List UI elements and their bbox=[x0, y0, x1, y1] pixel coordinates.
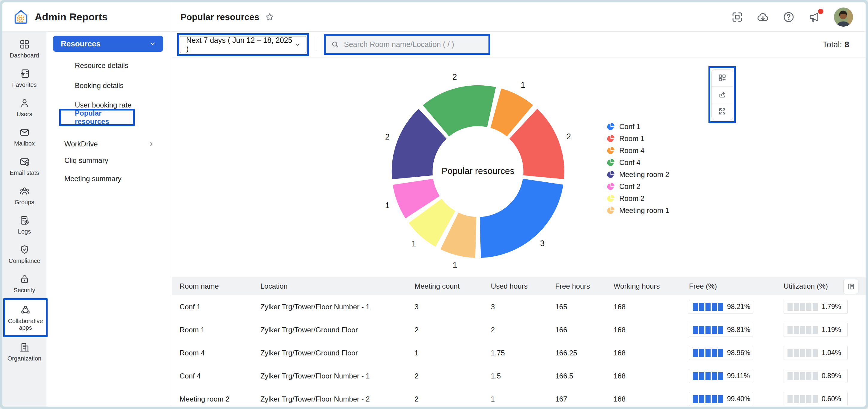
utilization-pct-cell: 1.19% bbox=[784, 318, 848, 341]
announcements-button[interactable] bbox=[808, 11, 821, 23]
meeting-count-cell: 2 bbox=[414, 318, 418, 341]
export-button[interactable] bbox=[712, 87, 733, 103]
pie-swatch-icon bbox=[607, 170, 615, 178]
notification-badge bbox=[818, 9, 824, 14]
primary-sidebar: DashboardFavoritesUsersMailboxEmail stat… bbox=[2, 32, 46, 407]
pct-bar-segment bbox=[693, 372, 698, 380]
add-widget-button[interactable] bbox=[712, 70, 733, 87]
utilization-pct-cell: 0.60% bbox=[784, 387, 848, 407]
legend-item-conf-4[interactable]: Conf 4 bbox=[607, 158, 669, 167]
sidebar-item-label: Mailbox bbox=[13, 140, 36, 147]
search-box bbox=[326, 36, 489, 53]
resources-table: Room nameLocationMeeting countUsed hours… bbox=[172, 277, 866, 407]
nav-item-resource-details[interactable]: Resource details bbox=[46, 57, 172, 74]
header-actions bbox=[731, 7, 853, 27]
sidebar-item-dashboard[interactable]: Dashboard bbox=[2, 34, 46, 63]
legend-item-room-4[interactable]: Room 4 bbox=[607, 146, 669, 154]
pct-bar-segment bbox=[787, 303, 793, 311]
pct-bar-segment bbox=[800, 303, 805, 311]
download-icon bbox=[757, 11, 769, 23]
legend-item-room-1[interactable]: Room 1 bbox=[607, 135, 669, 143]
expand-button[interactable] bbox=[712, 103, 733, 120]
working-hours-cell: 168 bbox=[614, 387, 625, 407]
pct-bar-segment bbox=[699, 372, 704, 380]
pct-bar-segment bbox=[718, 303, 723, 311]
sidebar-item-collaborative-apps[interactable]: Collaborative apps bbox=[3, 298, 48, 337]
favorite-star-icon[interactable] bbox=[265, 12, 275, 22]
pct-bar-box: 0.89% bbox=[784, 369, 848, 383]
pct-bar-box: 1.04% bbox=[784, 346, 848, 360]
pct-value-label: 98.81% bbox=[727, 326, 750, 334]
pct-bar-box: 98.81% bbox=[689, 323, 753, 337]
pct-bar-segment bbox=[794, 303, 799, 311]
table-row-conf-1: Conf 1Zylker Trg/Tower/Floor Number - 13… bbox=[172, 295, 866, 319]
fullscreen-button[interactable] bbox=[731, 11, 743, 23]
pct-bar-box: 99.40% bbox=[689, 392, 753, 406]
column-settings-button[interactable] bbox=[843, 279, 859, 294]
sidebar-item-favorites[interactable]: Favorites bbox=[2, 63, 46, 93]
nav-item-cliq-summary[interactable]: Cliq summary bbox=[46, 152, 172, 169]
legend-item-room-2[interactable]: Room 2 bbox=[607, 194, 669, 202]
download-button[interactable] bbox=[757, 11, 769, 23]
working-hours-cell: 168 bbox=[614, 318, 625, 341]
chevron-right-icon bbox=[148, 140, 155, 148]
slice-value-label: 3 bbox=[540, 239, 545, 248]
nav-item-workdrive[interactable]: WorkDrive bbox=[46, 136, 172, 152]
sidebar-item-logs[interactable]: Logs bbox=[2, 210, 46, 239]
col-header-location: Location bbox=[260, 277, 288, 295]
pct-bar-segment bbox=[794, 349, 799, 357]
sidebar-item-users[interactable]: Users bbox=[2, 93, 46, 122]
resources-section-button[interactable]: Resources bbox=[53, 36, 163, 52]
pct-bar-segment bbox=[706, 372, 711, 380]
chart-legend: Conf 1Room 1Room 4Conf 4Meeting room 2Co… bbox=[607, 122, 669, 214]
security-icon bbox=[19, 274, 30, 285]
location-cell: Zylker Trg/Tower/Floor Number - 1 bbox=[260, 364, 370, 387]
users-icon bbox=[19, 97, 30, 108]
sidebar-item-compliance[interactable]: Compliance bbox=[2, 239, 46, 269]
pie-swatch-icon bbox=[607, 122, 615, 130]
pct-bar-segment bbox=[718, 326, 723, 334]
sidebar-item-organization[interactable]: Organization bbox=[2, 337, 46, 367]
help-button[interactable] bbox=[782, 11, 795, 23]
slice-value-label: 1 bbox=[521, 81, 525, 90]
free-hours-cell: 167 bbox=[555, 387, 567, 407]
donut-slice-conf-1[interactable] bbox=[479, 178, 564, 258]
nav-item-booking-details[interactable]: Booking details bbox=[46, 77, 172, 94]
legend-label: Conf 4 bbox=[619, 158, 641, 167]
pie-swatch-icon bbox=[607, 206, 615, 214]
sidebar-item-email-stats[interactable]: Email stats bbox=[2, 151, 46, 181]
date-range-dropdown[interactable]: Next 7 days ( Jun 12 – 18, 2025 ) bbox=[180, 36, 307, 53]
slice-value-label: 1 bbox=[385, 201, 390, 210]
total-label: Total: bbox=[823, 40, 842, 50]
legend-label: Conf 1 bbox=[619, 122, 641, 131]
table-row-room-1: Room 1Zylker Trg/Tower/Ground Floor22166… bbox=[172, 318, 866, 342]
nav-item-popular-resources[interactable]: Popular resources bbox=[59, 109, 135, 126]
sidebar-item-label: Favorites bbox=[11, 82, 37, 88]
sidebar-item-label: Groups bbox=[14, 199, 35, 205]
app-title: Admin Reports bbox=[35, 11, 108, 23]
user-avatar[interactable] bbox=[834, 7, 853, 27]
sidebar-item-mailbox[interactable]: Mailbox bbox=[2, 122, 46, 151]
legend-item-meeting-room-1[interactable]: Meeting room 1 bbox=[607, 206, 669, 214]
chevron-down-icon bbox=[294, 41, 301, 48]
search-input[interactable] bbox=[343, 40, 483, 49]
legend-item-meeting-room-2[interactable]: Meeting room 2 bbox=[607, 170, 669, 178]
legend-item-conf-1[interactable]: Conf 1 bbox=[607, 122, 669, 130]
used-hours-cell: 1.75 bbox=[491, 341, 505, 364]
filter-bar: Next 7 days ( Jun 12 – 18, 2025 ) bbox=[172, 32, 866, 58]
col-header-room-name: Room name bbox=[180, 277, 219, 295]
sidebar-item-groups[interactable]: Groups bbox=[2, 181, 46, 210]
legend-item-conf-2[interactable]: Conf 2 bbox=[607, 182, 669, 191]
app-brand: Admin Reports bbox=[2, 2, 172, 31]
nav-item-meeting-summary[interactable]: Meeting summary bbox=[46, 170, 172, 187]
sidebar-item-security[interactable]: Security bbox=[2, 269, 46, 298]
slice-value-label: 1 bbox=[453, 261, 457, 270]
pie-swatch-icon bbox=[607, 135, 615, 143]
pct-bar-segment bbox=[712, 372, 717, 380]
table-row-conf-4: Conf 4Zylker Trg/Tower/Floor Number - 12… bbox=[172, 364, 866, 388]
total-value: 8 bbox=[845, 40, 849, 50]
pct-value-label: 0.60% bbox=[822, 395, 841, 403]
pct-bar-segment bbox=[699, 349, 704, 357]
pct-value-label: 1.79% bbox=[822, 303, 841, 311]
sidebar-item-label: Users bbox=[16, 111, 33, 117]
